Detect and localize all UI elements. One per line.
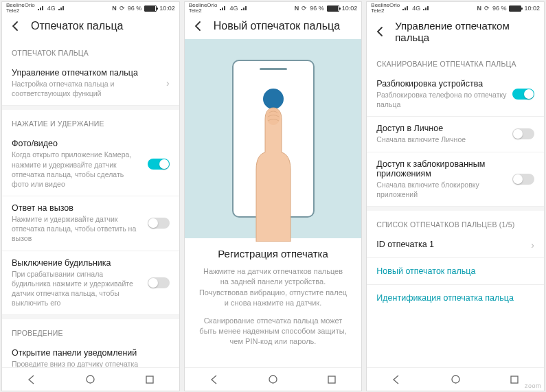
nav-back-icon[interactable] [25,373,38,386]
signal-icon [220,5,227,11]
notif-panel-item[interactable]: Открытие панели уведомлений Проведите вн… [2,341,179,367]
item-title: ID отпечатка 1 [376,240,525,249]
content: ОТПЕЧАТОК ПАЛЬЦА Управление отпечатком п… [2,39,179,367]
section-header-list: СПИСОК ОТПЕЧАТКОВ ПАЛЬЦЕВ (1/5) [367,211,544,233]
battery-pct: 96 % [310,5,324,12]
new-fingerprint-link[interactable]: Новый отпечаток пальца [367,258,544,285]
item-title: Открытие панели уведомлений [12,348,142,358]
item-title: Доступ к заблокированным приложениям [376,159,507,178]
header: Новый отпечаток пальца [185,14,362,39]
clock: 10:02 [524,5,540,12]
nfc-icon: N [112,5,117,12]
navbar [185,367,362,391]
battery-icon [144,5,157,12]
battery-icon [509,5,521,12]
item-title: Доступ в Личное [376,124,507,133]
network-label: 4G [47,5,56,12]
svg-point-2 [266,108,280,125]
screen-new-fingerprint: BeelineOrio Tele2 4G N ⟳ 96 % 10:02 Новы… [184,1,363,391]
applock-item[interactable]: Доступ к заблокированным приложениям Сна… [367,152,544,207]
alarm-toggle[interactable] [148,277,170,288]
navbar [2,367,179,391]
registration-warning: Сканирование отпечатка пальца может быть… [198,316,348,347]
header: Управление отпечатком пальца [367,14,544,50]
signal-icon [402,5,409,11]
svg-rect-4 [328,376,335,383]
content: Регистрация отпечатка Нажмите на датчик … [185,39,362,367]
carrier-label: BeelineOrio Tele2 [371,3,400,14]
page-title: Новый отпечаток пальца [214,20,340,32]
registration-text: Регистрация отпечатка Нажмите на датчик … [185,238,362,364]
registration-instruction: Нажмите на датчик отпечатков пальцев на … [198,266,348,309]
answer-toggle[interactable] [148,218,170,229]
battery-icon [327,5,339,12]
finger-icon [253,104,294,242]
answer-call-item[interactable]: Ответ на вызов Нажмите и удерживайте дат… [2,196,179,251]
screen-manage-fingerprint: BeelineOrio Tele2 4G N ⟳ 96 % 10:02 Упра… [366,1,545,391]
svg-rect-6 [511,376,518,383]
nav-home-icon[interactable] [84,373,97,386]
clock: 10:02 [342,5,358,12]
carrier-label: BeelineOrio Tele2 [189,3,218,14]
section-header-scan: СКАНИРОВАНИЕ ОТПЕЧАТКА ПАЛЬЦА [367,50,544,72]
applock-toggle[interactable] [512,174,534,185]
battery-pct: 96 % [492,5,507,12]
fingerprint-entry-1[interactable]: ID отпечатка 1 › [367,233,544,258]
statusbar: BeelineOrio Tele2 4G N ⟳ 96 % 10:02 [185,2,362,14]
item-title: Выключение будильника [12,258,142,268]
sync-icon: ⟳ [484,5,490,12]
photo-video-item[interactable]: Фото/видео Когда открыто приложение Каме… [2,132,179,196]
nav-recent-icon[interactable] [326,373,338,386]
carrier-label: BeelineOrio Tele2 [6,3,35,14]
statusbar: BeelineOrio Tele2 4G N ⟳ 96 % 10:02 [2,2,179,14]
svg-point-0 [87,376,94,383]
back-icon[interactable] [374,25,385,38]
page-title: Отпечаток пальца [31,20,123,32]
unlock-toggle[interactable] [512,89,534,100]
registration-title: Регистрация отпечатка [198,248,348,260]
item-title: Ответ на вызов [12,203,142,213]
nav-back-icon[interactable] [208,373,220,386]
alarm-off-item[interactable]: Выключение будильника При срабатывании с… [2,251,179,316]
item-sub: Настройка отпечатка пальца и соответству… [12,79,161,98]
statusbar: BeelineOrio Tele2 4G N ⟳ 96 % 10:02 [367,2,544,14]
item-sub: При срабатывании сигнала будильника нажм… [12,269,142,308]
back-icon[interactable] [9,20,21,32]
clock: 10:02 [159,5,175,12]
signal-icon [423,5,430,11]
svg-rect-1 [146,376,153,383]
safe-toggle[interactable] [512,128,534,139]
svg-point-5 [452,376,459,383]
nav-recent-icon[interactable] [144,373,156,386]
nav-recent-icon[interactable] [508,373,521,386]
item-sub: Нажмите и удерживайте датчик отпечатка п… [12,214,142,244]
battery-pct: 96 % [128,5,142,12]
sync-icon: ⟳ [120,5,125,12]
section-header-swipe: ПРОВЕДЕНИЕ [2,319,179,341]
unlock-device-item[interactable]: Разблокировка устройства Разблокировка т… [367,72,544,117]
identify-fingerprint-link[interactable]: Идентификация отпечатка пальца [367,285,544,311]
nav-back-icon[interactable] [390,373,402,386]
chevron-right-icon: › [166,78,170,89]
item-sub: Проведите вниз по датчику отпечатка паль… [12,359,142,367]
chevron-right-icon: › [531,240,534,251]
photo-toggle[interactable] [148,159,170,170]
manage-fingerprint-item[interactable]: Управление отпечатком пальца Настройка о… [2,61,179,106]
content: СКАНИРОВАНИЕ ОТПЕЧАТКА ПАЛЬЦА Разблокиро… [367,50,544,367]
section-header-hold: НАЖАТИЕ И УДЕРЖАНИЕ [2,110,179,132]
back-icon[interactable] [192,20,204,32]
safe-access-item[interactable]: Доступ в Личное Сначала включите Личное [367,117,544,152]
svg-point-3 [269,376,277,383]
item-title: Разблокировка устройства [376,79,507,89]
signal-icon [58,5,65,11]
header: Отпечаток пальца [2,14,179,39]
nfc-icon: N [295,5,299,12]
nav-home-icon[interactable] [267,373,280,386]
screen-fingerprint-settings: BeelineOrio Tele2 4G N ⟳ 96 % 10:02 Отпе… [1,1,180,391]
page-title: Управление отпечатком пальца [395,20,537,43]
fingerprint-illustration [185,39,362,238]
item-sub: Когда открыто приложение Камера, нажмите… [12,150,142,189]
section-header-fp: ОТПЕЧАТОК ПАЛЬЦА [2,39,179,61]
item-sub: Разблокировка телефона по отпечатку паль… [376,90,507,109]
nav-home-icon[interactable] [449,373,462,386]
